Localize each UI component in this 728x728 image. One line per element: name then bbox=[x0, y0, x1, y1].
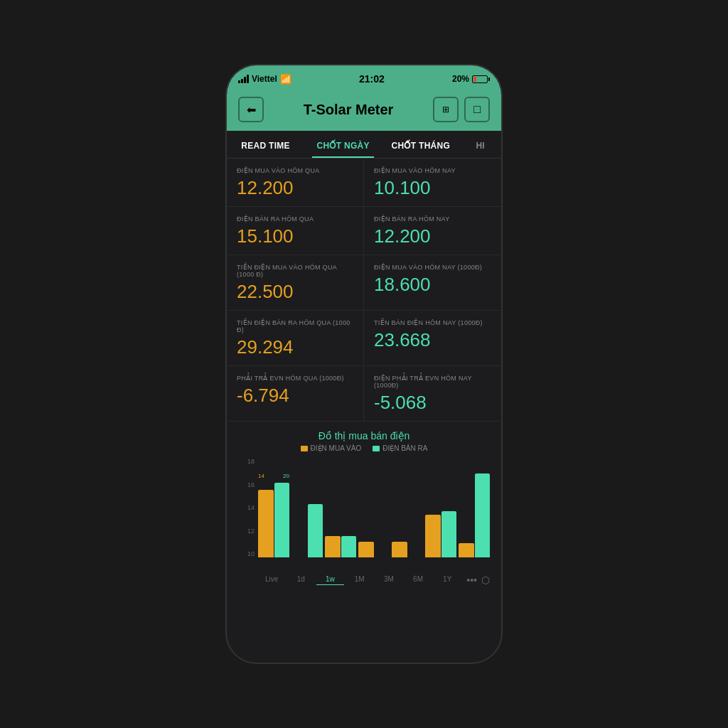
y-label-12: 12 bbox=[247, 528, 257, 535]
data-cell-7: TIỀN BÁN ĐIỆN HÔM NAY (1000Đ) 23.668 bbox=[364, 311, 501, 366]
y-label-16: 16 bbox=[247, 481, 257, 488]
data-label-7: TIỀN BÁN ĐIỆN HÔM NAY (1000Đ) bbox=[374, 319, 491, 326]
legend-sell-dot bbox=[373, 446, 380, 451]
legend-buy-label: ĐIỆN MUA VÀO bbox=[311, 444, 362, 452]
bar-group-0: 1420 bbox=[258, 483, 289, 557]
bar-sell-0 bbox=[274, 483, 290, 557]
data-cell-3: ĐIỆN BÁN RA HÔM NAY 12.200 bbox=[364, 207, 501, 255]
app-header: ⬅ T-Solar Meter ⊞ □ bbox=[227, 91, 501, 131]
data-label-9: ĐIỆN PHẢI TRẢ EVN HÔM NAY (1000Đ) bbox=[374, 375, 491, 389]
bar-group-5 bbox=[425, 511, 456, 557]
battery-percent: 20% bbox=[452, 74, 469, 84]
data-label-1: ĐIỆN MUA VÀO HÔM NAY bbox=[374, 167, 491, 174]
bar-buy-0 bbox=[258, 490, 274, 557]
data-value-1: 10.100 bbox=[374, 177, 491, 199]
data-value-3: 12.200 bbox=[374, 225, 491, 247]
app-title: T-Solar Meter bbox=[304, 102, 394, 118]
x-label-6m[interactable]: 6M bbox=[405, 575, 432, 585]
data-value-7: 23.668 bbox=[374, 329, 491, 351]
data-label-6: TIỀN ĐIỆN BÁN RA HÔM QUA (1000 Đ) bbox=[237, 319, 353, 333]
bar-buy-3 bbox=[358, 542, 374, 557]
x-label-3m[interactable]: 3M bbox=[375, 575, 402, 585]
back-icon: ⬅ bbox=[247, 103, 256, 117]
carrier-label: Viettel bbox=[252, 74, 277, 84]
legend-sell: ĐIỆN BÁN RA bbox=[373, 444, 427, 452]
more-options-button[interactable]: ••• bbox=[466, 574, 477, 586]
y-label-14: 14 bbox=[247, 504, 257, 511]
bar-group-2 bbox=[325, 536, 356, 557]
chart-title: Đồ thị mua bán điện bbox=[238, 430, 490, 441]
tab-hi[interactable]: HI bbox=[459, 131, 501, 158]
data-label-2: ĐIỆN BÁN RA HÔM QUA bbox=[237, 215, 353, 223]
phone-frame: Viettel 📶 21:02 20% ⬅ T-Solar Meter ⊞ □ bbox=[225, 64, 503, 664]
data-value-9: -5.068 bbox=[374, 392, 491, 414]
data-cell-6: TIỀN ĐIỆN BÁN RA HÔM QUA (1000 Đ) 29.294 bbox=[227, 311, 364, 366]
legend-sell-label: ĐIỆN BÁN RA bbox=[382, 444, 427, 452]
data-value-6: 29.294 bbox=[237, 336, 353, 358]
time-label: 21:02 bbox=[359, 73, 385, 85]
tabs-container: READ TIME CHỐT NGÀY CHỐT THÁNG HI bbox=[227, 131, 501, 159]
bar-sell-1 bbox=[308, 504, 323, 557]
data-label-5: ĐIỆN MUA VÀO HÔM NAY (1000Đ) bbox=[374, 264, 491, 271]
data-label-4: TIỀN ĐIỆN MUA VÀO HÔM QUA (1000 Đ) bbox=[237, 264, 353, 278]
data-value-5: 18.600 bbox=[374, 274, 491, 296]
data-cell-4: TIỀN ĐIỆN MUA VÀO HÔM QUA (1000 Đ) 22.50… bbox=[227, 255, 364, 311]
data-cell-1: ĐIỆN MUA VÀO HÔM NAY 10.100 bbox=[364, 159, 501, 207]
status-bar: Viettel 📶 21:02 20% bbox=[227, 65, 501, 91]
wifi-icon: 📶 bbox=[280, 74, 291, 85]
bar-buy-5 bbox=[425, 515, 441, 557]
data-grid: ĐIỆN MUA VÀO HÔM QUA 12.200 ĐIỆN MUA VÀO… bbox=[227, 159, 501, 422]
legend-buy: ĐIỆN MUA VÀO bbox=[301, 444, 362, 452]
settings-button[interactable]: ⊞ bbox=[433, 97, 459, 122]
data-value-4: 22.500 bbox=[237, 281, 353, 303]
tab-chot-thang[interactable]: CHỐT THÁNG bbox=[382, 131, 459, 158]
data-cell-9: ĐIỆN PHẢI TRẢ EVN HÔM NAY (1000Đ) -5.068 bbox=[364, 366, 501, 422]
bar-buy-6 bbox=[459, 543, 474, 557]
y-label-18: 18 bbox=[247, 458, 257, 465]
back-button[interactable]: ⬅ bbox=[238, 97, 264, 122]
y-label-10: 10 bbox=[247, 550, 257, 557]
x-label-live[interactable]: Live bbox=[258, 575, 285, 585]
status-right: 20% bbox=[452, 74, 490, 84]
battery-icon bbox=[472, 75, 490, 83]
x-label-1d[interactable]: 1d bbox=[287, 575, 314, 585]
bar-group-6 bbox=[459, 473, 490, 557]
data-cell-5: ĐIỆN MUA VÀO HÔM NAY (1000Đ) 18.600 bbox=[364, 255, 501, 311]
bar-buy-4 bbox=[392, 542, 407, 557]
data-content: ĐIỆN MUA VÀO HÔM QUA 12.200 ĐIỆN MUA VÀO… bbox=[227, 159, 501, 593]
bar-sell-6 bbox=[475, 473, 491, 557]
square-icon: □ bbox=[473, 103, 481, 116]
bar-group-3 bbox=[358, 542, 390, 557]
status-left: Viettel 📶 bbox=[238, 74, 291, 85]
signal-icon bbox=[238, 75, 249, 83]
data-value-0: 12.200 bbox=[237, 177, 353, 199]
header-right: ⊞ □ bbox=[433, 97, 490, 122]
data-label-8: PHẢI TRẢ EVN HÔM QUA (1000Đ) bbox=[237, 375, 353, 382]
bar-group-4 bbox=[392, 542, 423, 557]
tab-read-time[interactable]: READ TIME bbox=[227, 131, 304, 158]
export-button[interactable]: ⬡ bbox=[481, 574, 490, 586]
x-label-1m[interactable]: 1M bbox=[346, 575, 373, 585]
data-value-2: 15.100 bbox=[237, 225, 353, 247]
data-label-3: ĐIỆN BÁN RA HÔM NAY bbox=[374, 215, 491, 223]
x-label-1y[interactable]: 1Y bbox=[434, 575, 461, 585]
tab-chot-ngay[interactable]: CHỐT NGÀY bbox=[304, 131, 382, 158]
legend-buy-dot bbox=[301, 446, 308, 451]
data-cell-2: ĐIỆN BÁN RA HÔM QUA 15.100 bbox=[227, 207, 364, 255]
bar-group-1 bbox=[291, 504, 323, 557]
data-value-8: -6.794 bbox=[237, 385, 353, 407]
data-cell-0: ĐIỆN MUA VÀO HÔM QUA 12.200 bbox=[227, 159, 364, 207]
data-label-0: ĐIỆN MUA VÀO HÔM QUA bbox=[237, 167, 353, 174]
data-cell-8: PHẢI TRẢ EVN HÔM QUA (1000Đ) -6.794 bbox=[227, 366, 364, 422]
bar-buy-2 bbox=[325, 536, 341, 557]
square-button[interactable]: □ bbox=[464, 97, 490, 122]
bar-sell-5 bbox=[441, 511, 457, 557]
settings-icon: ⊞ bbox=[442, 105, 449, 114]
chart-section: Đồ thị mua bán điện ĐIỆN MUA VÀO ĐIỆN BÁ… bbox=[227, 422, 501, 593]
bar-sell-2 bbox=[341, 536, 357, 557]
x-label-1w[interactable]: 1w bbox=[316, 575, 343, 585]
chart-legend: ĐIỆN MUA VÀO ĐIỆN BÁN RA bbox=[238, 444, 490, 452]
